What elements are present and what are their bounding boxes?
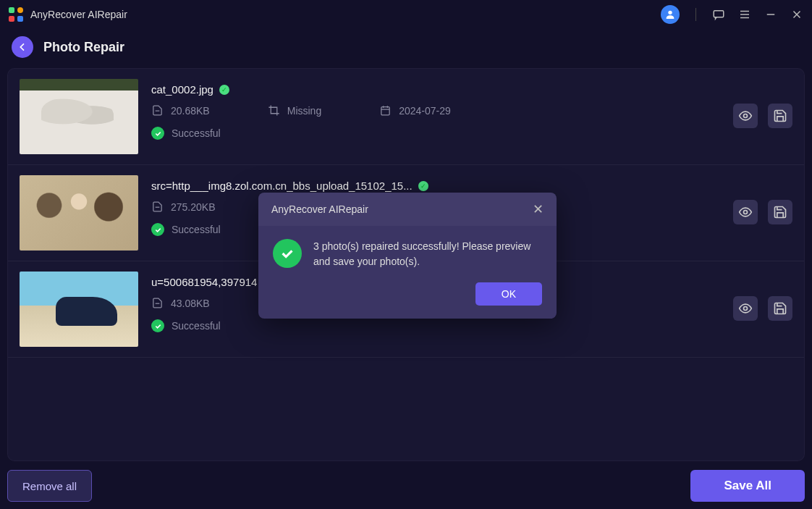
minimize-icon[interactable] bbox=[764, 8, 777, 21]
save-button[interactable] bbox=[768, 104, 792, 128]
svg-point-15 bbox=[744, 211, 748, 214]
status-label: Successful bbox=[172, 320, 221, 332]
success-dialog: AnyRecover AIRepair ✕ 3 photo(s) repaire… bbox=[258, 193, 557, 319]
footer: Remove all Save All bbox=[7, 470, 805, 502]
back-button[interactable] bbox=[12, 36, 33, 58]
save-all-button[interactable]: Save All bbox=[690, 470, 805, 502]
file-name: cat_0002.jpg bbox=[151, 83, 213, 96]
dialog-message: 3 photo(s) repaired successfully! Please… bbox=[313, 239, 542, 269]
status-dot-icon: ✓ bbox=[418, 181, 428, 191]
check-icon bbox=[151, 223, 164, 236]
svg-rect-1 bbox=[714, 11, 724, 17]
file-date: 2024-07-29 bbox=[379, 104, 451, 117]
page-header: Photo Repair bbox=[0, 29, 812, 68]
file-name: u=500681954,397914 bbox=[151, 276, 257, 288]
calendar-icon bbox=[379, 104, 392, 117]
close-icon[interactable] bbox=[790, 8, 803, 21]
file-icon bbox=[151, 104, 164, 117]
preview-button[interactable] bbox=[733, 200, 758, 224]
page-title: Photo Repair bbox=[43, 40, 124, 55]
crop-icon bbox=[268, 104, 280, 117]
svg-point-17 bbox=[744, 307, 748, 311]
file-name: src=http___img8.zol.com.cn_bbs_upload_15… bbox=[151, 180, 413, 192]
svg-point-13 bbox=[744, 114, 748, 118]
file-dimensions: Missing bbox=[268, 104, 321, 117]
check-icon bbox=[151, 319, 164, 332]
chat-icon[interactable] bbox=[712, 8, 725, 21]
dialog-title: AnyRecover AIRepair bbox=[271, 203, 368, 215]
list-item: cat_0002.jpg ✓ 20.68KB Missing 2024-07-2… bbox=[8, 69, 804, 165]
check-icon bbox=[151, 127, 164, 140]
save-button[interactable] bbox=[768, 296, 792, 321]
status-label: Successful bbox=[172, 224, 221, 235]
thumbnail bbox=[20, 79, 138, 154]
file-icon bbox=[151, 297, 164, 309]
thumbnail bbox=[20, 272, 138, 347]
dialog-ok-button[interactable]: OK bbox=[475, 282, 542, 306]
user-avatar-icon[interactable] bbox=[661, 5, 680, 24]
file-size: 43.08KB bbox=[151, 297, 210, 309]
status-label: Successful bbox=[172, 127, 221, 139]
app-title: AnyRecover AIRepair bbox=[30, 9, 127, 20]
menu-icon[interactable] bbox=[738, 8, 751, 21]
dialog-close-icon[interactable]: ✕ bbox=[533, 201, 544, 217]
file-size: 20.68KB bbox=[151, 104, 210, 117]
divider bbox=[695, 8, 696, 21]
status-dot-icon: ✓ bbox=[219, 85, 229, 95]
save-button[interactable] bbox=[768, 200, 792, 224]
titlebar: AnyRecover AIRepair bbox=[0, 0, 812, 29]
svg-rect-9 bbox=[381, 107, 389, 115]
file-icon bbox=[151, 201, 164, 213]
svg-point-0 bbox=[668, 11, 672, 14]
app-logo-icon bbox=[9, 7, 23, 22]
thumbnail bbox=[20, 175, 138, 251]
preview-button[interactable] bbox=[733, 104, 758, 128]
success-check-icon bbox=[273, 239, 302, 268]
preview-button[interactable] bbox=[733, 296, 758, 321]
file-size: 275.20KB bbox=[151, 201, 216, 213]
remove-all-button[interactable]: Remove all bbox=[7, 470, 92, 502]
